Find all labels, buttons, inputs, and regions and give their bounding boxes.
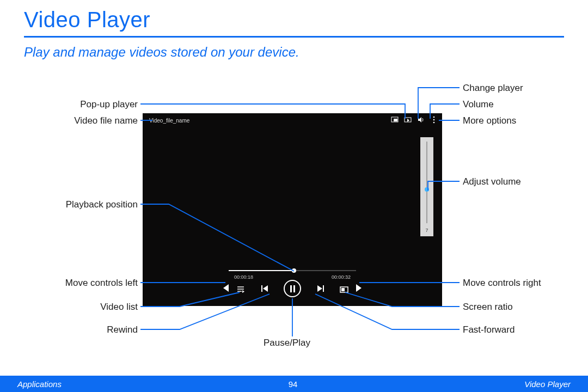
footer-topic: Video Player	[524, 379, 571, 389]
progress-knob[interactable]	[292, 268, 296, 273]
pause-bar	[293, 285, 295, 292]
svg-marker-16	[317, 285, 322, 292]
svg-point-6	[433, 119, 435, 121]
svg-marker-3	[407, 119, 409, 122]
label-rewind: Rewind	[58, 324, 138, 335]
center-controls	[143, 280, 442, 297]
svg-point-7	[433, 122, 435, 124]
footer-section: Applications	[17, 379, 62, 389]
label-fast-forward: Fast-forward	[463, 324, 514, 335]
label-popup-player: Pop-up player	[58, 99, 138, 110]
svg-marker-15	[263, 285, 268, 292]
volume-icon[interactable]	[417, 117, 425, 123]
volume-knob[interactable]	[425, 187, 429, 192]
pause-bar	[290, 285, 292, 292]
label-adjust-volume: Adjust volume	[463, 176, 521, 187]
change-player-icon[interactable]	[404, 117, 412, 123]
svg-rect-14	[261, 285, 262, 292]
video-player-screenshot: Video_file_name 7 00:00:18 00:00:32	[143, 113, 442, 306]
label-video-list: Video list	[58, 302, 138, 313]
label-pause-play: Pause/Play	[252, 338, 322, 348]
label-playback-position: Playback position	[44, 199, 138, 210]
footer-page-number: 94	[289, 379, 298, 389]
svg-rect-17	[323, 285, 324, 292]
progress-bar[interactable]	[229, 270, 356, 271]
label-move-controls-right: Move controls right	[463, 278, 541, 289]
label-volume: Volume	[463, 99, 494, 110]
label-move-controls-left: Move controls left	[44, 278, 138, 289]
svg-point-5	[433, 117, 435, 118]
popup-player-icon[interactable]	[391, 117, 399, 123]
label-more-options: More options	[463, 115, 516, 126]
manual-page: Video Player Play and manage videos stor…	[0, 0, 588, 392]
progress-elapsed	[229, 270, 294, 271]
time-total: 00:00:32	[332, 274, 351, 280]
volume-track	[426, 142, 427, 223]
volume-slider[interactable]: 7	[420, 137, 433, 236]
page-subtitle: Play and manage videos stored on your de…	[24, 45, 299, 60]
title-rule	[24, 36, 564, 38]
page-title: Video Player	[24, 8, 150, 32]
label-video-file-name: Video file name	[58, 115, 138, 126]
more-options-icon[interactable]	[430, 117, 438, 123]
label-change-player: Change player	[463, 83, 523, 94]
rewind-button[interactable]	[261, 285, 268, 292]
label-screen-ratio: Screen ratio	[463, 302, 513, 313]
page-footer: Applications 94 Video Player	[0, 376, 588, 392]
fast-forward-button[interactable]	[316, 285, 324, 292]
volume-value: 7	[420, 228, 433, 233]
svg-rect-1	[394, 119, 397, 121]
video-file-name-text: Video_file_name	[149, 118, 189, 124]
top-icon-row	[391, 117, 438, 123]
svg-marker-4	[418, 117, 421, 122]
pause-play-button[interactable]	[284, 280, 301, 297]
time-elapsed: 00:00:18	[234, 274, 253, 280]
